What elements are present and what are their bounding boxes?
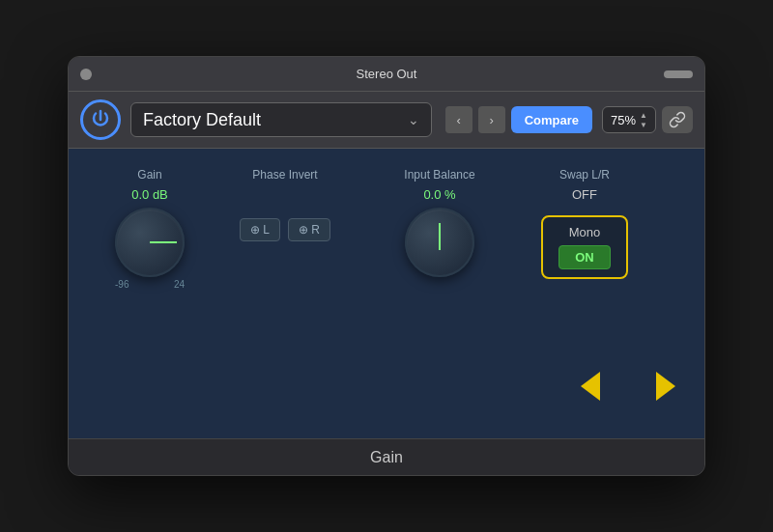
bottom-bar: Gain — [69, 438, 704, 475]
zoom-value: 75% — [611, 113, 636, 127]
close-dot[interactable] — [80, 69, 92, 80]
swap-lr-label: Swap L/R — [559, 168, 610, 182]
input-balance-knob[interactable] — [405, 208, 474, 277]
input-balance-indicator — [439, 223, 441, 250]
svg-marker-1 — [656, 372, 675, 401]
compare-button[interactable]: Compare — [511, 106, 592, 133]
swap-lr-value: OFF — [572, 187, 597, 202]
main-content: Gain 0.0 dB -96 24 Phase Invert ⊕ L — [69, 149, 704, 438]
power-icon — [89, 108, 112, 131]
window-title: Stereo Out — [357, 67, 417, 81]
input-balance-label: Input Balance — [404, 168, 474, 182]
gain-section: Gain 0.0 dB -96 24 — [92, 168, 208, 290]
minimize-button[interactable] — [664, 70, 693, 78]
link-button[interactable] — [662, 106, 693, 133]
input-balance-section: Input Balance 0.0 % — [362, 168, 517, 277]
chevron-down-icon: ⌄ — [408, 112, 419, 127]
preset-dropdown[interactable]: Factory Default ⌄ — [130, 102, 432, 137]
link-icon — [669, 111, 686, 128]
mono-label: Mono — [569, 225, 601, 239]
main-window: Stereo Out Factory Default ⌄ ‹ › Compare… — [68, 56, 705, 476]
gain-mark-high: 24 — [174, 279, 185, 290]
gain-mark-low: -96 — [115, 279, 129, 290]
toolbar: Factory Default ⌄ ‹ › Compare 75% ▲ ▼ — [69, 92, 704, 149]
input-balance-knob-container — [405, 208, 474, 277]
window-controls — [80, 69, 92, 80]
arrow-pointer-right-icon — [646, 367, 685, 406]
arrow-left — [571, 367, 610, 409]
gain-knob[interactable] — [115, 208, 185, 277]
zoom-arrows-icon: ▲ ▼ — [640, 111, 647, 129]
phase-invert-label: Phase Invert — [252, 168, 317, 182]
controls-grid: Gain 0.0 dB -96 24 Phase Invert ⊕ L — [92, 168, 681, 290]
zoom-control[interactable]: 75% ▲ ▼ — [602, 106, 656, 133]
phase-invert-section: Phase Invert ⊕ L ⊕ R — [208, 168, 362, 241]
gain-knob-container: -96 24 — [115, 208, 185, 290]
phase-l-button[interactable]: ⊕ L — [240, 218, 280, 241]
title-bar: Stereo Out — [69, 57, 704, 92]
phase-buttons: ⊕ L ⊕ R — [240, 218, 330, 241]
gain-value: 0.0 dB — [131, 187, 168, 202]
toolbar-right: 75% ▲ ▼ — [602, 106, 693, 133]
gain-label: Gain — [137, 168, 161, 182]
bottom-label: Gain — [370, 449, 403, 466]
nav-forward-button[interactable]: › — [478, 106, 505, 133]
input-balance-value: 0.0 % — [423, 187, 455, 202]
gain-knob-indicator — [150, 241, 177, 243]
arrow-pointer-left-icon — [571, 367, 610, 406]
phase-r-button[interactable]: ⊕ R — [288, 218, 330, 241]
gain-knob-marks: -96 24 — [115, 279, 185, 290]
nav-controls: ‹ › Compare — [445, 106, 592, 133]
arrow-right — [646, 367, 685, 409]
preset-name: Factory Default — [143, 110, 261, 130]
mono-button[interactable]: ON — [558, 245, 611, 269]
swap-mono-section: Swap L/R OFF Mono ON — [517, 168, 652, 279]
power-button[interactable] — [80, 99, 121, 140]
nav-back-button[interactable]: ‹ — [445, 106, 472, 133]
mono-box: Mono ON — [541, 215, 628, 279]
svg-marker-0 — [581, 372, 600, 401]
